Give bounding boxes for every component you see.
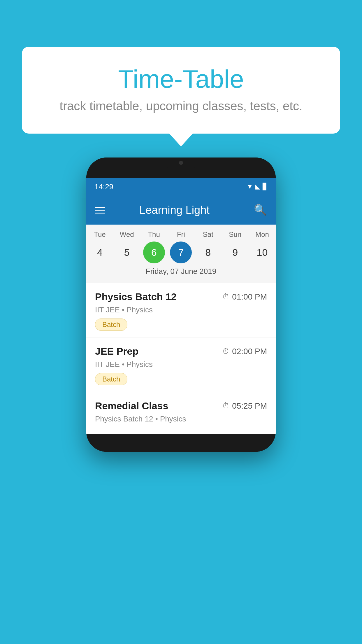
status-icons: ▼ ◣ ▊ [247,183,268,190]
day-5[interactable]: 5 [116,242,138,263]
class-meta-1: IIT JEE • Physics [95,305,267,314]
bubble-subtitle: track timetable, upcoming classes, tests… [45,99,317,113]
phone-notch [164,158,198,168]
speech-bubble: Time-Table track timetable, upcoming cla… [22,47,340,134]
class-item-1[interactable]: Physics Batch 12 ⏱ 01:00 PM IIT JEE • Ph… [86,283,276,337]
day-10[interactable]: 10 [251,242,273,263]
day-numbers: 4 5 6 7 8 9 10 [86,242,276,263]
day-6-today[interactable]: 6 [143,242,165,263]
status-time: 14:29 [94,182,113,191]
class-time-1: ⏱ 01:00 PM [222,292,267,302]
class-meta-3: Physics Batch 12 • Physics [95,414,267,424]
class-item-header-2: JEE Prep ⏱ 02:00 PM [95,346,267,357]
class-item-2[interactable]: JEE Prep ⏱ 02:00 PM IIT JEE • Physics Ba… [86,337,276,392]
day-headers: Tue Wed Thu Fri Sat Sun Mon [86,230,276,239]
front-camera [179,161,183,165]
batch-tag-1: Batch [95,318,127,331]
phone-mockup: 14:29 ▼ ◣ ▊ Learning Light 🔍 [86,158,276,452]
battery-icon: ▊ [263,183,268,190]
day-header-thu: Thu [143,230,165,239]
day-header-mon: Mon [251,230,273,239]
phone-container: 14:29 ▼ ◣ ▊ Learning Light 🔍 [22,158,340,452]
class-name-3: Remedial Class [95,400,168,412]
clock-icon-2: ⏱ [222,347,230,356]
bubble-title: Time-Table [45,64,317,94]
hamburger-line [95,207,105,208]
calendar-strip: Tue Wed Thu Fri Sat Sun Mon 4 5 6 7 8 9 … [86,225,276,283]
selected-date: Friday, 07 June 2019 [86,267,276,280]
day-header-wed: Wed [116,230,138,239]
day-7-selected[interactable]: 7 [170,242,192,263]
class-name-1: Physics Batch 12 [95,291,177,302]
clock-icon-1: ⏱ [222,292,230,301]
wifi-icon: ▼ [247,183,253,190]
class-time-text-1: 01:00 PM [232,292,267,302]
class-time-3: ⏱ 05:25 PM [222,401,267,411]
day-8[interactable]: 8 [197,242,219,263]
day-header-tue: Tue [89,230,111,239]
hamburger-menu[interactable] [95,207,105,214]
class-time-text-2: 02:00 PM [232,347,267,356]
day-header-sun: Sun [224,230,246,239]
day-header-fri: Fri [170,230,192,239]
class-meta-2: IIT JEE • Physics [95,360,267,369]
status-bar: 14:29 ▼ ◣ ▊ [86,178,276,195]
clock-icon-3: ⏱ [222,401,230,410]
class-time-2: ⏱ 02:00 PM [222,347,267,356]
hamburger-line [95,210,105,211]
speech-bubble-container: Time-Table track timetable, upcoming cla… [22,47,340,134]
class-item-header-3: Remedial Class ⏱ 05:25 PM [95,400,267,412]
bottom-bezel [86,434,276,452]
class-item-3[interactable]: Remedial Class ⏱ 05:25 PM Physics Batch … [86,392,276,434]
class-list: Physics Batch 12 ⏱ 01:00 PM IIT JEE • Ph… [86,283,276,434]
screen: 14:29 ▼ ◣ ▊ Learning Light 🔍 [86,178,276,434]
batch-tag-2: Batch [95,373,127,385]
day-4[interactable]: 4 [89,242,111,263]
hamburger-line [95,213,105,214]
signal-icon: ◣ [255,183,260,190]
top-bezel [86,158,276,178]
search-icon[interactable]: 🔍 [254,204,267,216]
app-title: Learning Light [104,204,245,216]
class-item-header-1: Physics Batch 12 ⏱ 01:00 PM [95,291,267,302]
class-name-2: JEE Prep [95,346,138,357]
day-header-sat: Sat [197,230,219,239]
app-bar: Learning Light 🔍 [86,195,276,225]
day-9[interactable]: 9 [224,242,246,263]
class-time-text-3: 05:25 PM [232,401,267,411]
